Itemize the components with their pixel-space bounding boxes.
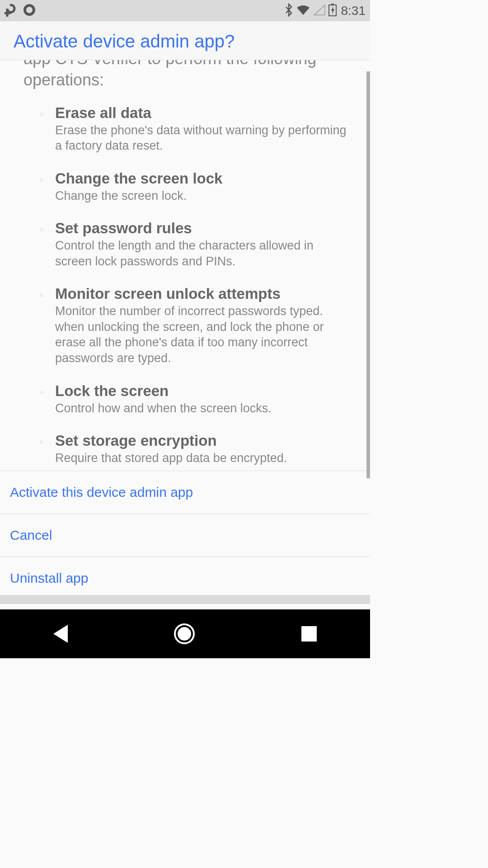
fi-icon — [5, 3, 17, 19]
nav-back-icon[interactable] — [53, 625, 68, 643]
circle-icon — [23, 4, 35, 18]
status-bar: 8:31 — [0, 0, 370, 21]
permission-desc: Monitor the number of incorrect password… — [55, 303, 347, 366]
permission-title: Set password rules — [55, 220, 347, 237]
permission-desc: Control the length and the characters al… — [55, 238, 347, 269]
action-buttons: Activate this device admin app Cancel Un… — [0, 471, 370, 595]
nav-home-icon[interactable] — [174, 623, 195, 644]
permission-title: Monitor screen unlock attempts — [55, 285, 347, 302]
nav-recent-icon[interactable] — [301, 626, 317, 642]
intro-text: app CTS Verifier to perform the followin… — [23, 60, 347, 91]
status-time: 8:31 — [341, 4, 366, 18]
permission-item: Change the screen lock Change the screen… — [40, 170, 347, 204]
cell-icon — [313, 4, 326, 18]
activate-button[interactable]: Activate this device admin app — [0, 471, 370, 514]
permission-title: Change the screen lock — [55, 170, 347, 187]
permission-item: Monitor screen unlock attempts Monitor t… — [40, 285, 347, 366]
cancel-button[interactable]: Cancel — [0, 514, 370, 557]
permission-title: Set storage encryption — [55, 432, 347, 449]
page-title: Activate device admin app? — [14, 31, 357, 52]
battery-charging-icon — [328, 4, 337, 18]
permission-list: Erase all data Erase the phone's data wi… — [23, 104, 347, 471]
scrollbar[interactable] — [366, 71, 370, 478]
permission-item: Erase all data Erase the phone's data wi… — [40, 104, 347, 154]
wifi-icon — [296, 4, 310, 18]
svg-rect-2 — [331, 4, 334, 5]
header: Activate device admin app? — [0, 21, 370, 60]
permission-desc: Control how and when the screen locks. — [55, 401, 347, 416]
permission-desc: Erase the phone's data without warning b… — [55, 123, 347, 154]
uninstall-button[interactable]: Uninstall app — [0, 557, 370, 595]
permission-item: Set storage encryption Require that stor… — [40, 432, 347, 466]
permission-item: Set password rules Control the length an… — [40, 220, 347, 269]
bottom-spacer — [0, 595, 370, 604]
content-scroll[interactable]: app CTS Verifier to perform the followin… — [0, 60, 370, 471]
svg-point-0 — [25, 5, 34, 14]
permission-desc: Change the screen lock. — [55, 188, 347, 204]
permission-desc: Require that stored app data be encrypte… — [55, 450, 347, 466]
permission-title: Lock the screen — [55, 382, 347, 400]
permission-title: Erase all data — [55, 104, 347, 122]
nav-bar — [0, 609, 370, 658]
bluetooth-icon — [285, 3, 293, 19]
permission-item: Lock the screen Control how and when the… — [40, 382, 347, 416]
